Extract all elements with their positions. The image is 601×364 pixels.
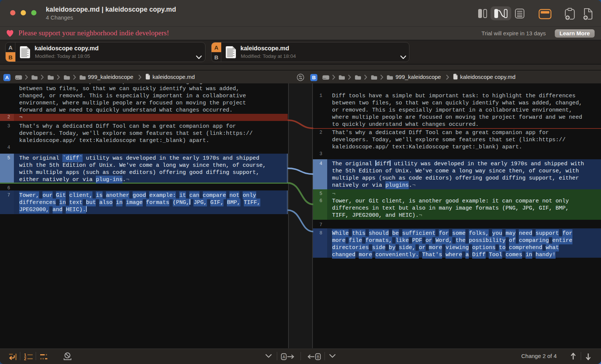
svg-text:A: A bbox=[282, 355, 285, 359]
svg-text:2: 2 bbox=[24, 356, 26, 361]
svg-text:B: B bbox=[317, 355, 319, 359]
